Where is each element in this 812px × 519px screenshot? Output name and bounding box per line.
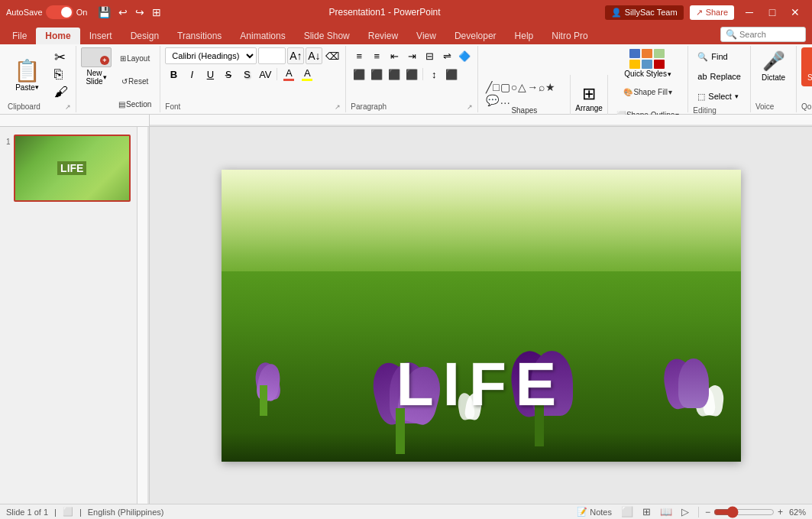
line-spacing-button[interactable]: ↕ — [425, 66, 442, 83]
shadow-button[interactable]: S — [238, 66, 255, 83]
para-row-2: ⬛ ⬛ ⬛ ⬛ ↕ ⬛ — [351, 66, 460, 83]
tab-animations[interactable]: Animations — [231, 28, 294, 44]
font-size-input[interactable]: 96 — [258, 47, 286, 64]
ruler-corner — [0, 115, 150, 127]
text-direction-button[interactable]: ⇌ — [438, 47, 455, 64]
paste-label: Paste ▾ — [15, 83, 39, 92]
qorus-group: Q Slide Builder Qorus — [797, 46, 812, 112]
copy-button[interactable]: ⎘ — [51, 66, 71, 83]
slideshow-button[interactable]: ▷ — [678, 505, 692, 518]
paragraph-group: ≡ ≡ ⇤ ⇥ ⊟ ⇌ 🔷 ⬛ ⬛ ⬛ ⬛ ↕ ⬛ Paragraph ↗ — [346, 46, 478, 112]
undo-button[interactable]: ↩ — [115, 5, 131, 20]
align-center-button[interactable]: ⬛ — [368, 66, 385, 83]
increase-indent-button[interactable]: ⇥ — [403, 47, 420, 64]
slide-canvas[interactable]: LIFE — [222, 170, 741, 462]
minimize-button[interactable]: ─ — [739, 2, 760, 23]
find-button[interactable]: 🔍 Find — [693, 47, 746, 66]
quick-styles-button[interactable]: Quick Styles ▾ — [613, 47, 683, 79]
reading-view-button[interactable]: 📖 — [657, 505, 675, 518]
select-button[interactable]: ⬚ Select ▾ — [693, 87, 746, 105]
layout-button[interactable]: ⊞ Layout — [115, 47, 155, 69]
user-icon: 👤 — [611, 8, 622, 18]
underline-button[interactable]: U — [202, 66, 218, 83]
highlight-bar — [302, 79, 312, 81]
tab-file[interactable]: File — [3, 28, 36, 44]
tab-nitropro[interactable]: Nitro Pro — [542, 28, 597, 44]
align-left-button[interactable]: ⬛ — [351, 66, 367, 83]
slides-content: + New Slide ▾ ⊞ Layout ↺ Reset ▤ Section — [81, 47, 155, 115]
tab-help[interactable]: Help — [506, 28, 543, 44]
search-box[interactable]: 🔍 — [720, 27, 806, 42]
column-button[interactable]: ⊟ — [421, 47, 438, 64]
restore-button[interactable]: □ — [762, 2, 783, 23]
new-slide-label: New Slide ▾ — [86, 69, 106, 86]
reset-button[interactable]: ↺ Reset — [115, 70, 155, 92]
paste-dropdown-icon[interactable]: ▾ — [35, 83, 39, 91]
tab-insert[interactable]: Insert — [80, 28, 121, 44]
convert-to-smartart-button[interactable]: 🔷 — [456, 47, 473, 64]
new-slide-plus: + — [100, 56, 109, 65]
tab-review[interactable]: Review — [359, 28, 407, 44]
replace-button[interactable]: ab Replace — [693, 67, 746, 86]
strikethrough-button[interactable]: S̶ — [220, 66, 237, 83]
arrange-button[interactable]: ⊞ Arrange — [575, 84, 603, 112]
paragraph-spacing-button[interactable]: ⬛ — [443, 66, 460, 83]
slide-sorter-button[interactable]: ⊞ — [639, 505, 654, 518]
bold-button[interactable]: B — [165, 66, 182, 83]
italic-button[interactable]: I — [183, 66, 200, 83]
redo-button[interactable]: ↪ — [132, 5, 147, 20]
qorus-label-row: Qorus — [801, 102, 812, 111]
select-dropdown[interactable]: ▾ — [735, 92, 739, 100]
clear-format-button[interactable]: ⌫ — [324, 47, 341, 64]
increase-font-button[interactable]: A↑ — [287, 47, 304, 64]
font-dialog-launcher[interactable]: ↗ — [335, 103, 341, 111]
status-icon: ⬜ — [63, 507, 73, 517]
tab-design[interactable]: Design — [121, 28, 168, 44]
bullets-button[interactable]: ≡ — [351, 47, 367, 64]
shape-star-icon: ★ — [545, 81, 555, 93]
share-button[interactable]: ↗ Share — [690, 5, 734, 20]
close-button[interactable]: ✕ — [785, 2, 806, 23]
slide-builder-button[interactable]: Q Slide Builder — [801, 47, 812, 86]
section-button[interactable]: ▤ Section — [115, 93, 155, 115]
clipboard-dialog-launcher[interactable]: ↗ — [65, 103, 71, 111]
notes-button[interactable]: 📝 Notes — [574, 506, 615, 517]
tab-transitions[interactable]: Transitions — [168, 28, 231, 44]
dictate-button[interactable]: 🎤 Dictate — [755, 47, 791, 85]
tab-slideshow[interactable]: Slide Show — [295, 28, 359, 44]
numbering-button[interactable]: ≡ — [368, 47, 385, 64]
font-color-button[interactable]: A — [280, 66, 297, 83]
zoom-percent: 62% — [789, 508, 806, 517]
qat-customize-button[interactable]: ⊞ — [149, 5, 164, 20]
tab-view[interactable]: View — [407, 28, 445, 44]
paste-button[interactable]: 📋 Paste ▾ — [8, 57, 47, 93]
canvas-area[interactable]: LIFE — [150, 127, 812, 504]
quick-styles-dropdown[interactable]: ▾ — [668, 70, 671, 78]
align-right-button[interactable]: ⬛ — [386, 66, 403, 83]
autosave-toggle[interactable] — [46, 5, 73, 19]
search-input[interactable] — [739, 30, 801, 39]
zoom-slider[interactable] — [713, 508, 775, 517]
user-button[interactable]: 👤 SillySac Team — [605, 5, 684, 20]
shapes-button[interactable]: ╱ □ ▢ ○ △ → ⌕ ★ 💬 … Shapes — [483, 79, 565, 116]
slide-thumb-1[interactable]: LIFE — [14, 135, 131, 202]
shape-round-rect-icon: ▢ — [500, 81, 510, 93]
char-spacing-button[interactable]: AV — [257, 66, 273, 83]
save-button[interactable]: 💾 — [95, 5, 114, 20]
shape-fill-button[interactable]: 🎨 Shape Fill ▾ — [613, 81, 683, 102]
decrease-indent-button[interactable]: ⇤ — [386, 47, 403, 64]
normal-view-button[interactable]: ⬜ — [618, 505, 636, 518]
tab-home[interactable]: Home — [36, 28, 79, 44]
justify-button[interactable]: ⬛ — [403, 66, 420, 83]
cut-button[interactable]: ✂ — [51, 49, 71, 66]
format-painter-button[interactable]: 🖌 — [51, 84, 71, 101]
new-slide-dropdown[interactable]: ▾ — [103, 73, 107, 81]
font-family-select[interactable]: Calibri (Headings) — [165, 47, 257, 64]
clipboard-label: Clipboard — [8, 102, 40, 111]
paragraph-dialog-launcher[interactable]: ↗ — [467, 103, 473, 111]
decrease-font-button[interactable]: A↓ — [306, 47, 322, 64]
font-format-row: B I U S̶ S AV A A — [165, 66, 315, 83]
highlight-button[interactable]: A — [299, 66, 315, 83]
slide-item-1: 1 LIFE — [6, 135, 131, 202]
tab-developer[interactable]: Developer — [445, 28, 506, 44]
